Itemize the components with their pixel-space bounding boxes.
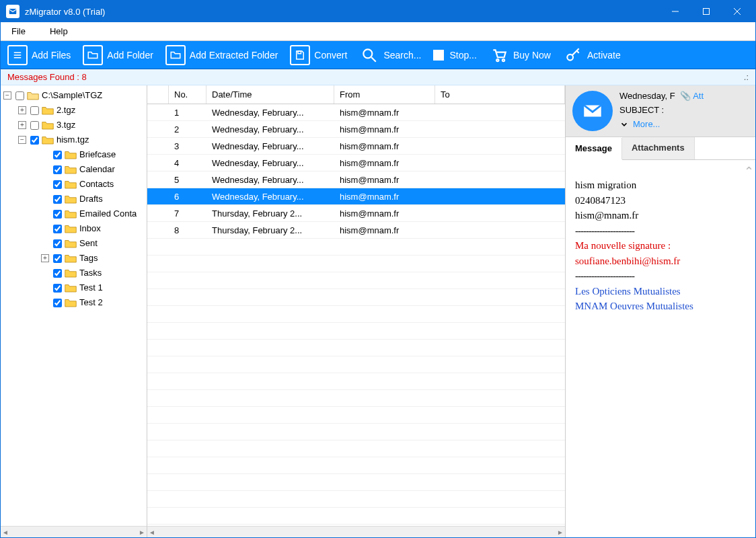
buy-label: Buy Now	[513, 50, 551, 61]
table-row-empty	[147, 491, 565, 508]
main-area: −C:\Sample\TGZ+2.tgz+3.tgz−hism.tgzBrief…	[1, 85, 755, 537]
svg-point-11	[496, 59, 498, 61]
tree-subitem[interactable]: Tasks	[41, 266, 147, 280]
search-button[interactable]: Search...	[356, 42, 428, 68]
tab-message[interactable]: Message	[566, 138, 622, 160]
svg-point-13	[567, 54, 573, 60]
tree-subitem[interactable]: Briefcase	[41, 147, 147, 162]
tree-subitem[interactable]: Test 2	[41, 295, 147, 310]
add-extracted-button[interactable]: Add Extracted Folder	[163, 42, 285, 68]
add-extracted-label: Add Extracted Folder	[190, 50, 278, 61]
search-label: Search...	[383, 50, 421, 61]
subject-label: SUBJECT :	[619, 105, 749, 115]
app-icon	[6, 5, 20, 18]
maximize-button[interactable]	[691, 1, 722, 22]
table-row[interactable]: 5 Wednesday, February... hism@mnam.fr	[147, 171, 565, 188]
preview-date: Wednesday, F	[619, 91, 675, 101]
messages-found-label: Messages Found : 8	[7, 72, 87, 82]
activate-label: Activate	[587, 50, 621, 61]
table-row[interactable]: 6 Wednesday, February... hism@mnam.fr	[147, 188, 565, 205]
add-files-label: Add Files	[32, 50, 71, 61]
mail-avatar-icon	[572, 91, 613, 131]
add-folder-button[interactable]: Add Folder	[80, 42, 159, 68]
cart-icon	[489, 45, 509, 65]
table-row[interactable]: 3 Wednesday, February... hism@mnam.fr	[147, 138, 565, 155]
minimize-button[interactable]	[660, 1, 691, 22]
table-row-empty	[147, 424, 565, 440]
tree-item[interactable]: +2.tgz	[18, 103, 147, 118]
tree-root-item[interactable]: −C:\Sample\TGZ	[3, 88, 147, 103]
search-icon	[359, 45, 379, 65]
menu-file[interactable]: File	[6, 25, 31, 38]
body-line: hism migration	[575, 178, 746, 193]
table-row-empty	[147, 407, 565, 424]
key-icon	[563, 45, 583, 65]
tree-item[interactable]: +3.tgz	[18, 118, 147, 132]
col-datetime[interactable]: Date/Time	[206, 85, 334, 104]
svg-point-9	[364, 49, 373, 58]
org-line: Les Opticiens Mutualistes	[575, 284, 746, 299]
tab-attachments[interactable]: Attachments	[622, 137, 695, 159]
scroll-up-icon[interactable]: ⌃	[744, 163, 754, 181]
activate-button[interactable]: Activate	[560, 42, 628, 68]
tree-subitem[interactable]: Calendar	[41, 162, 147, 177]
tree-subitem[interactable]: Test 1	[41, 280, 147, 295]
convert-label: Convert	[314, 50, 347, 61]
col-to[interactable]: To	[435, 85, 565, 104]
tree-subitem[interactable]: Drafts	[41, 192, 147, 206]
preview-body: ⌃ hism migration 0240847123 hism@mnam.fr…	[566, 160, 755, 537]
col-from[interactable]: From	[334, 85, 435, 104]
table-row-empty	[147, 390, 565, 407]
convert-button[interactable]: Convert	[287, 42, 354, 68]
save-icon	[290, 45, 310, 65]
tree-subitem[interactable]: Inbox	[41, 221, 147, 236]
body-divider: ----------------------	[575, 223, 746, 239]
file-icon	[7, 45, 28, 65]
preview-pane: Wednesday, F 📎 Att SUBJECT : More... Mes…	[566, 85, 755, 537]
table-row-empty	[147, 256, 565, 272]
stop-button[interactable]: Stop...	[430, 47, 483, 63]
message-grid: No. Date/Time From To 1 Wednesday, Febru…	[147, 85, 566, 537]
folder-tree[interactable]: −C:\Sample\TGZ+2.tgz+3.tgz−hism.tgzBrief…	[1, 85, 147, 537]
col-selector[interactable]	[147, 85, 169, 104]
status-bar: Messages Found : 8 .:	[1, 69, 755, 85]
tree-subitem[interactable]: Contacts	[41, 177, 147, 192]
grid-header: No. Date/Time From To	[147, 85, 565, 104]
close-button[interactable]	[722, 1, 753, 22]
stop-label: Stop...	[449, 50, 476, 61]
attachment-icon: 📎	[680, 91, 691, 101]
tree-item[interactable]: −hism.tgz	[18, 132, 147, 147]
svg-rect-2	[704, 9, 710, 15]
table-row-empty	[147, 239, 565, 256]
table-row[interactable]: 7 Thursday, February 2... hism@mnam.fr	[147, 205, 565, 222]
app-window: zMigrator v8.0 (Trial) File Help Add Fil…	[0, 0, 756, 538]
svg-line-15	[576, 50, 578, 52]
table-row-empty	[147, 289, 565, 306]
grid-scrollbar[interactable]: ◄►	[147, 526, 565, 537]
signature-line: soufiane.benbihi@hism.fr	[575, 254, 746, 269]
table-row[interactable]: 8 Thursday, February 2... hism@mnam.fr	[147, 222, 565, 239]
chevron-down-icon	[619, 120, 629, 129]
status-overflow-icon[interactable]: .:	[744, 72, 749, 82]
table-row[interactable]: 1 Wednesday, February... hism@mnam.fr	[147, 104, 565, 121]
col-no[interactable]: No.	[169, 85, 206, 104]
table-row[interactable]: 2 Wednesday, February... hism@mnam.fr	[147, 121, 565, 138]
tree-subitem[interactable]: +Tags	[41, 251, 147, 266]
org-line: MNAM Oeuvres Mutualistes	[575, 299, 746, 314]
table-row-empty	[147, 356, 565, 373]
menu-help[interactable]: Help	[44, 25, 73, 38]
table-row-empty	[147, 373, 565, 390]
more-toggle[interactable]: More...	[619, 119, 660, 129]
tree-scrollbar[interactable]: ◄►	[1, 526, 147, 537]
buy-button[interactable]: Buy Now	[486, 42, 558, 68]
add-files-button[interactable]: Add Files	[5, 42, 77, 68]
tree-subitem[interactable]: Sent	[41, 236, 147, 251]
table-row[interactable]: 4 Wednesday, February... hism@mnam.fr	[147, 155, 565, 171]
add-folder-label: Add Folder	[107, 50, 153, 61]
attachment-link[interactable]: Att	[693, 91, 704, 101]
tree-subitem[interactable]: Emailed Conta	[41, 206, 147, 221]
table-row-empty	[147, 508, 565, 525]
menubar: File Help	[1, 22, 755, 41]
body-line: 0240847123	[575, 193, 746, 208]
folder-open-icon	[165, 45, 186, 65]
